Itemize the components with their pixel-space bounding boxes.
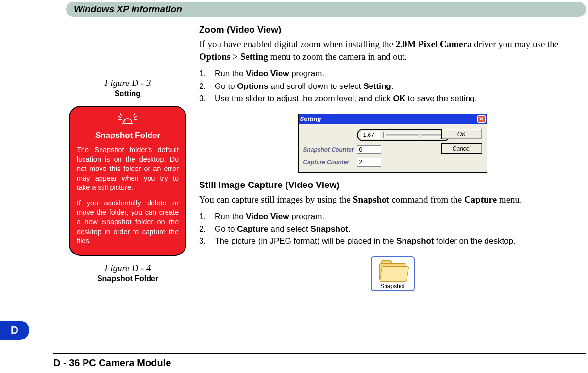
section-tab-label: D <box>11 324 18 337</box>
still-heading: Still Image Capture (Video View) <box>199 180 586 190</box>
zoom-slider-group: 1.67 <box>357 129 450 141</box>
still-paragraph: You can capture still images by using th… <box>199 193 586 206</box>
snapshot-folder-shortcut[interactable]: Snapshot <box>371 256 415 291</box>
figure-4-caption: Figure D - 4 <box>67 263 188 273</box>
snapshot-icon-label: Snapshot <box>374 283 412 289</box>
callout-p2: If you accidentally delete or move the f… <box>77 199 179 246</box>
slider-thumb-icon[interactable] <box>419 133 422 138</box>
zoom-value-field[interactable]: 1.67 <box>361 131 380 139</box>
cancel-button[interactable]: Cancel <box>441 143 482 154</box>
warning-callout: Snapshot Folder The Snapshot folder's de… <box>69 106 186 256</box>
dialog-title: Setting <box>300 115 321 122</box>
footer-rule <box>53 353 586 354</box>
still-steps: 1.Run the Video View program. 2.Go to Ca… <box>199 210 586 248</box>
zoom-steps: 1.Run the Video View program. 2.Go to Op… <box>199 68 586 105</box>
page-header: Windows XP Information <box>66 2 586 17</box>
left-column: Figure D - 3 Setting Snapshot Folder The… <box>67 78 188 283</box>
capture-counter-label: Capture Counter <box>303 159 357 166</box>
zoom-paragraph: If you have enabled digital zoom when in… <box>199 38 586 63</box>
zoom-slider[interactable] <box>383 132 446 138</box>
ok-button[interactable]: OK <box>441 129 482 139</box>
page-footer: D - 36 PC Camera Module <box>53 357 171 369</box>
alarm-icon <box>77 113 179 128</box>
snapshot-counter-label: Snapshot Counter <box>303 146 357 153</box>
figure-3-subtitle: Setting <box>67 89 188 98</box>
section-tab: D <box>0 321 29 340</box>
dialog-titlebar: Setting ✕ <box>299 114 487 124</box>
capture-counter-field[interactable]: 2 <box>357 158 381 167</box>
snapshot-counter-field[interactable]: 0 <box>357 145 381 154</box>
main-column: Zoom (Video View) If you have enabled di… <box>199 24 586 291</box>
folder-icon <box>379 260 406 281</box>
close-icon[interactable]: ✕ <box>477 115 486 123</box>
figure-3-caption: Figure D - 3 <box>67 78 188 88</box>
callout-p1: The Snapshot folder's default location i… <box>77 145 179 193</box>
setting-dialog: Setting ✕ 1.67 Snapshot Counter 0 Captur… <box>298 114 487 173</box>
figure-4-subtitle: Snapshot Folder <box>67 274 188 283</box>
dialog-body: 1.67 Snapshot Counter 0 Capture Counter … <box>299 124 487 172</box>
callout-title: Snapshot Folder <box>77 131 179 140</box>
page-header-title: Windows XP Information <box>74 4 182 15</box>
callout-body: The Snapshot folder's default location i… <box>77 145 179 246</box>
zoom-heading: Zoom (Video View) <box>199 24 586 35</box>
